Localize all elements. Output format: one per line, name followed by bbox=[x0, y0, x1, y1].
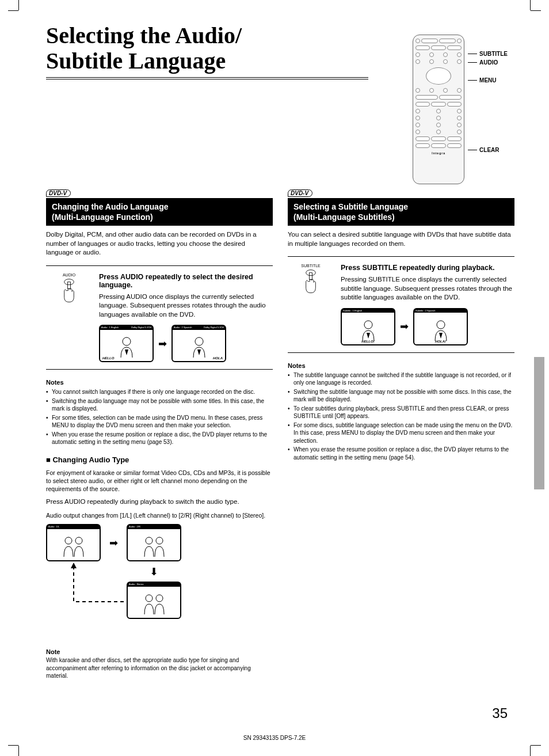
page-title: Selecting the Audio/ Subtitle Language bbox=[46, 23, 368, 79]
dashed-return-arrow-icon bbox=[69, 561, 127, 619]
svg-point-6 bbox=[146, 537, 152, 544]
page-title-line1: Selecting the Audio/ bbox=[46, 22, 242, 48]
thumb-tab bbox=[534, 357, 544, 489]
tv2-bar-right: Dolby Digital 5.1CH bbox=[204, 326, 224, 329]
cycle-tv-3: Audio : Stereo bbox=[127, 582, 181, 619]
tv2-bar-left: Audio : 2 Spanish bbox=[174, 326, 192, 329]
press-btn-label: AUDIO bbox=[46, 273, 92, 277]
person-icon bbox=[185, 336, 214, 359]
right-header-line2: (Multi-Language Subtitles) bbox=[293, 212, 395, 222]
person-icon bbox=[112, 336, 141, 359]
right-notes-list: The subtitle language cannot be switched… bbox=[288, 371, 514, 462]
content-columns: DVD-V Changing the Audio Language (Multi… bbox=[46, 189, 514, 680]
tv-example-row: Subtitle : 1 English HELLO! ➡ Subtitle :… bbox=[341, 308, 514, 345]
press-btn-label: SUBTITLE bbox=[288, 264, 334, 268]
right-instruction-block: SUBTITLE Press SUBTITLE repeatedly durin… bbox=[288, 256, 514, 353]
note-item: You cannot switch languages if there is … bbox=[46, 388, 273, 396]
arrow-down-icon: ⬇ bbox=[150, 565, 158, 578]
duet-icon bbox=[140, 535, 169, 558]
audio-cycle-diagram: Audio : 1/L ➡ Audio : 2/R ⬇ Audio : Ster… bbox=[46, 524, 230, 639]
label-audio: AUDIO bbox=[479, 59, 498, 66]
left-note2-body: With karaoke and other discs, set the ap… bbox=[46, 656, 273, 680]
note-item: When you erase the resume position or re… bbox=[288, 446, 514, 461]
note-item: When you erase the resume position or re… bbox=[46, 431, 273, 446]
left-column: DVD-V Changing the Audio Language (Multi… bbox=[46, 189, 273, 680]
right-header-line1: Selecting a Subtitle Language bbox=[293, 202, 408, 211]
remote-brand: Integra bbox=[415, 151, 462, 155]
press-subtitle-icon: SUBTITLE bbox=[288, 264, 334, 345]
sub-tv2-caption: HOLA! bbox=[435, 340, 446, 343]
note-item: Switching the subtitle language may not … bbox=[288, 388, 514, 404]
sub-tv1-caption: HELLO! bbox=[361, 340, 374, 343]
note-item: To clear subtitles during playback, pres… bbox=[288, 405, 514, 420]
label-clear: CLEAR bbox=[479, 147, 499, 153]
left-note2-title: Note bbox=[46, 648, 273, 655]
tv-example-row: Audio : 1 EnglishDolby Digital 5.1CH HEL… bbox=[99, 325, 273, 362]
left-notes-title: Notes bbox=[46, 379, 273, 386]
note-item: The subtitle language cannot be switched… bbox=[288, 371, 514, 387]
tv-screen-sub1: Subtitle : 1 English HELLO! bbox=[341, 308, 395, 345]
tv1-bar-right: Dolby Digital 5.1CH bbox=[131, 326, 151, 329]
tv1-bar-left: Audio : 1 English bbox=[101, 326, 119, 329]
cycle-tv3-bar: Audio : Stereo bbox=[128, 583, 180, 586]
sub-tv1-bar: Subtitle : 1 English bbox=[342, 309, 394, 313]
duet-icon bbox=[59, 535, 88, 558]
footer-code: SN 29343135 DPS-7.2E bbox=[243, 735, 306, 741]
tv-screen-sub2: Subtitle : 2 Spanish HOLA! bbox=[413, 308, 468, 345]
person-icon bbox=[426, 319, 455, 342]
svg-point-5 bbox=[75, 537, 82, 544]
left-header-line1: Changing the Audio Language bbox=[52, 202, 168, 211]
right-section-header: Selecting a Subtitle Language (Multi-Lan… bbox=[288, 198, 514, 226]
sub-tv2-bar: Subtitle : 2 Spanish bbox=[414, 309, 467, 313]
press-audio-icon: AUDIO bbox=[46, 273, 92, 363]
page-number: 35 bbox=[492, 705, 508, 721]
svg-rect-1 bbox=[68, 282, 71, 289]
left-notes-list: You cannot switch languages if there is … bbox=[46, 388, 273, 446]
arrow-right-icon: ➡ bbox=[400, 320, 409, 333]
remote-diagram: Integra SUBTITLE AUDIO MENU CLEAR bbox=[413, 35, 508, 184]
left-header-line2: (Multi-Language Function) bbox=[52, 212, 153, 222]
remote-outline: Integra bbox=[413, 35, 464, 184]
tv1-caption: HELLO bbox=[102, 356, 114, 360]
right-instr-title: Press SUBTITLE repeatedly during playbac… bbox=[341, 264, 514, 272]
note-item: For some discs, subtitle language select… bbox=[288, 421, 514, 445]
left-instr-title: Press AUDIO repeatedly to select the des… bbox=[99, 273, 273, 289]
svg-point-7 bbox=[156, 537, 163, 544]
label-subtitle: SUBTITLE bbox=[479, 51, 508, 57]
arrow-right-icon: ➡ bbox=[109, 537, 118, 549]
cycle-tv-2: Audio : 2/R bbox=[127, 524, 181, 561]
sub-body2: Press AUDIO repeatedly during playback t… bbox=[46, 497, 273, 507]
right-instr-body: Pressing SUBTITLE once displays the curr… bbox=[341, 275, 514, 302]
right-notes-title: Notes bbox=[288, 362, 514, 369]
remote-label-callouts: SUBTITLE AUDIO MENU CLEAR bbox=[468, 35, 508, 153]
sub-body1: For enjoyment of karaoke or similar form… bbox=[46, 469, 273, 493]
dvd-v-badge: DVD-V bbox=[46, 189, 71, 197]
tv-screen-1: Audio : 1 EnglishDolby Digital 5.1CH HEL… bbox=[99, 325, 154, 362]
cycle-tv-1: Audio : 1/L bbox=[46, 524, 101, 561]
svg-point-4 bbox=[65, 537, 72, 544]
tv-screen-2: Audio : 2 SpanishDolby Digital 5.1CH HOL… bbox=[171, 325, 226, 362]
svg-rect-11 bbox=[310, 273, 312, 280]
left-intro: Dolby Digital, PCM, and other audio data… bbox=[46, 230, 273, 257]
page-title-line2: Subtitle Language bbox=[46, 48, 226, 74]
svg-point-2 bbox=[123, 337, 131, 345]
cycle-tv2-bar: Audio : 2/R bbox=[128, 525, 180, 529]
label-menu: MENU bbox=[479, 77, 496, 83]
svg-point-9 bbox=[156, 595, 163, 602]
dvd-v-badge: DVD-V bbox=[288, 189, 312, 197]
person-icon bbox=[354, 319, 383, 342]
changing-audio-type-heading: Changing Audio Type bbox=[46, 455, 273, 464]
svg-point-8 bbox=[146, 595, 152, 602]
right-column: DVD-V Selecting a Subtitle Language (Mul… bbox=[288, 189, 514, 680]
sub-body3: Audio output changes from [1/L] (Left ch… bbox=[46, 511, 273, 519]
left-instruction-block: AUDIO Press AUDIO repeatedly to select t… bbox=[46, 265, 273, 370]
left-section-header: Changing the Audio Language (Multi-Langu… bbox=[46, 198, 273, 226]
hand-press-icon bbox=[58, 278, 81, 307]
svg-point-3 bbox=[195, 337, 203, 345]
left-instr-body: Pressing AUDIO once displays the current… bbox=[99, 292, 273, 320]
right-intro: You can select a desired subtitle langua… bbox=[288, 230, 514, 248]
note-item: For some titles, selection can be made u… bbox=[46, 414, 273, 430]
cycle-tv1-bar: Audio : 1/L bbox=[47, 525, 100, 529]
svg-point-13 bbox=[437, 321, 445, 329]
note-text: Switching the audio language may not be … bbox=[52, 398, 264, 412]
